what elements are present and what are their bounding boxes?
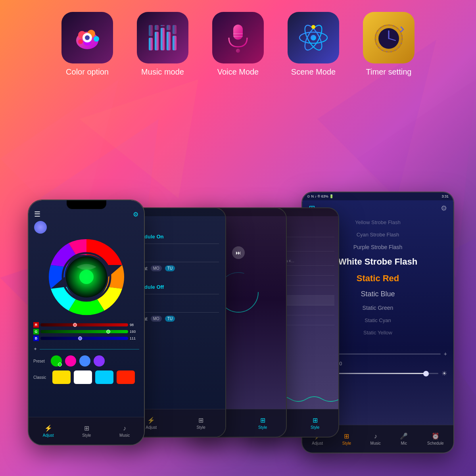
nav-style-label-1: Style: [82, 433, 91, 438]
time-on-label: Time: [132, 246, 219, 251]
phone1-header: ☰ ⚙: [29, 207, 144, 221]
settings-gear-icon[interactable]: ⚙: [441, 204, 447, 213]
nav-style-label-4: Style: [311, 425, 319, 430]
svg-point-36: [311, 25, 315, 29]
g-bar[interactable]: [40, 330, 128, 333]
color-selector-dot[interactable]: [34, 221, 47, 234]
svg-rect-22: [155, 25, 159, 30]
svg-rect-26: [233, 25, 243, 40]
palette-icon: [69, 20, 105, 56]
classic-red[interactable]: [117, 370, 135, 384]
nav-style-3[interactable]: ⊞ Style: [258, 416, 267, 430]
b-value: 111: [130, 336, 139, 340]
speed-plus[interactable]: +: [444, 351, 447, 357]
day-mo-on[interactable]: MO: [151, 265, 162, 271]
svg-point-14: [94, 36, 99, 42]
app-icon-music-mode[interactable]: Music mode: [137, 12, 188, 77]
nav-music-label-5: Music: [370, 441, 381, 445]
music-icon-1: ♪: [123, 425, 126, 432]
svg-rect-25: [173, 25, 177, 34]
nav-style-1[interactable]: ⊞ Style: [82, 424, 91, 438]
rgb-sliders: R 98 G 193 B: [29, 319, 144, 345]
svg-point-47: [79, 270, 94, 284]
style-icon-4: ⊞: [313, 416, 318, 424]
r-row: R 98: [33, 322, 139, 328]
day-mo-off[interactable]: MO: [151, 316, 162, 322]
preset-blue[interactable]: [79, 355, 90, 367]
nav-adjust-label-1: Adjust: [43, 433, 54, 438]
nav-style-4[interactable]: ⊞ Style: [311, 416, 319, 430]
mic-icon-5: 🎤: [400, 432, 408, 440]
app-icon-color-option[interactable]: Color option: [61, 12, 113, 77]
nav-style-label-5: Style: [342, 441, 351, 445]
nav-adjust-label-5: Adjust: [312, 441, 323, 445]
preset-pink[interactable]: [65, 355, 76, 367]
b-bar[interactable]: [40, 337, 128, 340]
app-icons-row: Color option: [0, 0, 476, 84]
style-icon-3: ⊞: [260, 416, 265, 424]
r-bar[interactable]: [40, 323, 128, 326]
status-bar-5: ⊙ N ♪ ® 63% 🔋 3:31: [302, 192, 453, 200]
nav-schedule-5[interactable]: ⏰ Schedule: [427, 432, 444, 445]
voice-mode-label: Voice Mode: [217, 67, 259, 77]
nav-adjust-2[interactable]: ⚡ Adjust: [146, 416, 157, 430]
nav-music-5[interactable]: ♪ Music: [370, 433, 381, 445]
day-tu-off[interactable]: TU: [165, 316, 175, 322]
app-icon-timer-setting[interactable]: Timer setting: [363, 12, 415, 77]
preset-purple[interactable]: [94, 355, 105, 367]
svg-rect-19: [167, 32, 171, 50]
nav-style-5[interactable]: ⊞ Style: [342, 432, 351, 445]
nav-music-1[interactable]: ♪ Music: [119, 425, 130, 438]
r-label: R: [33, 322, 39, 328]
g-row: G 193: [33, 329, 139, 334]
sliders-icon-1[interactable]: ⚙: [133, 211, 138, 218]
voice-mode-icon-box: [212, 12, 264, 63]
svg-rect-20: [173, 36, 177, 50]
divider-2: [132, 262, 219, 262]
brightness-bar-1[interactable]: [40, 349, 139, 349]
time-on-row: Time 00:00: [132, 246, 219, 259]
music-mode-icon-box: [137, 12, 188, 63]
svg-point-29: [236, 49, 240, 53]
nav-schedule-label-5: Schedule: [427, 441, 444, 445]
nav-style-2[interactable]: ⊞ Style: [197, 416, 205, 430]
repeat-on-row: Repeat MO TU: [132, 265, 219, 271]
app-icon-scene-mode[interactable]: Scene Mode: [288, 12, 339, 77]
nav-style-label-3: Style: [258, 425, 267, 430]
divider-4: [132, 312, 219, 313]
g-label: G: [33, 329, 39, 334]
brightness-row-1: ✦: [29, 345, 144, 353]
svg-rect-24: [167, 25, 171, 30]
phone-color-picker: ☰ ⚙: [28, 200, 145, 445]
phone-notch-1: [67, 200, 106, 209]
app-icon-voice-mode[interactable]: Voice Mode: [212, 12, 264, 77]
color-wheel-svg[interactable]: [45, 235, 128, 319]
color-option-icon-box: [61, 12, 113, 63]
nav-adjust-label-2: Adjust: [146, 425, 157, 430]
style-icon-5: ⊞: [344, 432, 349, 440]
classic-white[interactable]: [74, 370, 92, 384]
day-tu-on[interactable]: TU: [165, 265, 175, 271]
hamburger-1[interactable]: ☰: [34, 210, 40, 219]
nav-mic-5[interactable]: 🎤 Mic: [400, 432, 408, 445]
color-wheel-wrapper: [29, 235, 144, 319]
scene-mode-icon-box: [288, 12, 339, 63]
svg-rect-16: [149, 38, 153, 50]
time-on-value: 00:00: [132, 253, 219, 259]
g-value: 193: [130, 330, 139, 334]
time-off-label: Time: [132, 296, 219, 301]
b-label: B: [33, 336, 39, 341]
skip-button[interactable]: ⏭: [232, 246, 245, 259]
star-icon-1: ✦: [33, 346, 37, 352]
music-mode-label: Music mode: [141, 67, 184, 77]
classic-cyan[interactable]: [95, 370, 113, 384]
nav-adjust-1[interactable]: ⚡ Adjust: [43, 424, 54, 438]
svg-point-15: [78, 39, 83, 44]
adjust-icon-1: ⚡: [44, 424, 52, 432]
preset-green[interactable]: [51, 355, 62, 367]
scene-mode-label: Scene Mode: [291, 67, 336, 77]
classic-yellow[interactable]: [52, 370, 71, 384]
time-off-row: Time 00:00: [132, 296, 219, 309]
adjust-icon-2: ⚡: [147, 416, 155, 424]
preset-label: Preset: [33, 359, 48, 363]
